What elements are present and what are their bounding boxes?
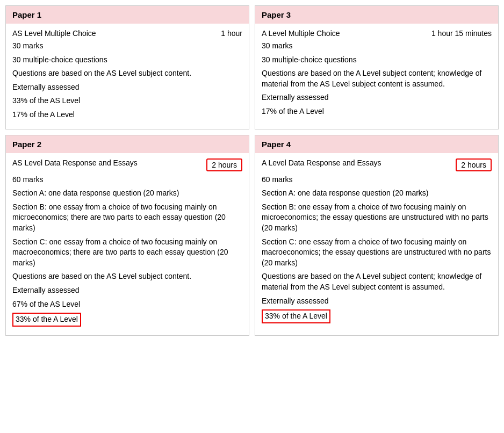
paper-3-type-row: A Level Multiple Choice 1 hour 15 minute… [262, 29, 492, 38]
paper-2-questions-based: Questions are based on the AS Level subj… [12, 271, 242, 282]
paper-2-body: AS Level Data Response and Essays 2 hour… [6, 153, 249, 335]
paper-4-externally-assessed: Externally assessed [262, 296, 492, 307]
paper-3-percentage1: 17% of the A Level [262, 106, 492, 117]
paper-3-body: A Level Multiple Choice 1 hour 15 minute… [255, 24, 498, 126]
paper-1-questions: 30 multiple-choice questions [12, 55, 242, 66]
paper-1-percentage2: 17% of the A Level [12, 110, 242, 120]
paper-3-level-type: A Level Multiple Choice [262, 29, 426, 38]
paper-3-title: Paper 3 [262, 10, 291, 19]
paper-2-externally-assessed: Externally assessed [12, 285, 242, 296]
paper-1-duration: 1 hour [221, 29, 242, 38]
paper-1-marks: 30 marks [12, 41, 242, 52]
paper-1-title: Paper 1 [12, 10, 41, 19]
paper-3-questions-based: Questions are based on the A Level subje… [262, 68, 492, 89]
paper-2-percentage2-boxed: 33% of the A Level [12, 313, 81, 327]
paper-2-title: Paper 2 [12, 140, 41, 149]
paper-2-card: Paper 2 AS Level Data Response and Essay… [5, 135, 249, 336]
paper-3-header: Paper 3 [255, 6, 498, 24]
paper-4-questions-based: Questions are based on the A Level subje… [262, 271, 492, 292]
paper-1-level-type: AS Level Multiple Choice [12, 29, 215, 38]
paper-3-duration: 1 hour 15 minutes [431, 29, 492, 38]
paper-4-type-row: A Level Data Response and Essays 2 hours [262, 158, 492, 171]
paper-2-marks: 60 marks [12, 175, 242, 185]
paper-4-level-type: A Level Data Response and Essays [262, 158, 450, 167]
paper-4-section-a: Section A: one data response question (2… [262, 188, 492, 199]
papers-grid: Paper 1 AS Level Multiple Choice 1 hour … [5, 5, 499, 336]
paper-4-duration: 2 hours [456, 158, 492, 171]
paper-2-section-a: Section A: one data response question (2… [12, 188, 242, 199]
paper-4-card: Paper 4 A Level Data Response and Essays… [255, 135, 499, 336]
paper-4-section-b: Section B: one essay from a choice of tw… [262, 202, 492, 234]
paper-4-title: Paper 4 [262, 140, 291, 149]
paper-2-duration: 2 hours [206, 158, 242, 171]
paper-4-percentage2: 33% of the A Level [262, 309, 492, 323]
paper-1-type-row: AS Level Multiple Choice 1 hour [12, 29, 242, 38]
paper-1-externally-assessed: Externally assessed [12, 82, 242, 93]
paper-4-marks: 60 marks [262, 175, 492, 185]
paper-1-card: Paper 1 AS Level Multiple Choice 1 hour … [5, 5, 249, 129]
paper-2-percentage1: 67% of the AS Level [12, 299, 242, 310]
paper-2-type-row: AS Level Data Response and Essays 2 hour… [12, 158, 242, 171]
paper-3-questions: 30 multiple-choice questions [262, 55, 492, 66]
paper-2-header: Paper 2 [6, 135, 249, 153]
paper-1-percentage1: 33% of the AS Level [12, 96, 242, 106]
paper-4-percentage2-boxed: 33% of the A Level [262, 309, 330, 323]
paper-2-section-c: Section C: one essay from a choice of tw… [12, 237, 242, 269]
paper-3-card: Paper 3 A Level Multiple Choice 1 hour 1… [255, 5, 499, 129]
paper-1-body: AS Level Multiple Choice 1 hour 30 marks… [6, 24, 249, 129]
paper-3-externally-assessed: Externally assessed [262, 92, 492, 103]
paper-2-section-b: Section B: one essay from a choice of tw… [12, 202, 242, 234]
paper-4-body: A Level Data Response and Essays 2 hours… [255, 153, 498, 332]
paper-4-header: Paper 4 [255, 135, 498, 153]
paper-1-questions-based: Questions are based on the AS Level subj… [12, 68, 242, 79]
paper-2-percentage2: 33% of the A Level [12, 313, 242, 327]
paper-4-section-c: Section C: one essay from a choice of tw… [262, 237, 492, 269]
paper-2-level-type: AS Level Data Response and Essays [12, 158, 201, 167]
paper-3-marks: 30 marks [262, 41, 492, 52]
paper-1-header: Paper 1 [6, 6, 249, 24]
